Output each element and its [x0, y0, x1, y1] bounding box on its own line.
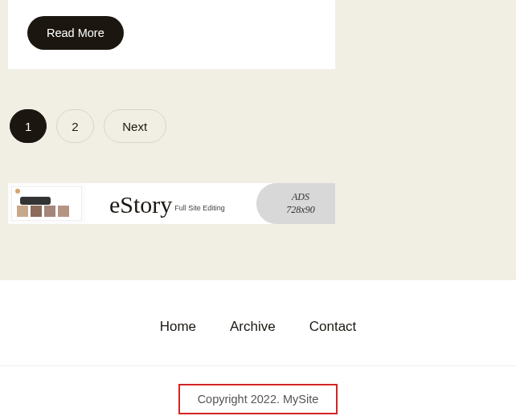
footer-link-archive[interactable]: Archive	[230, 319, 276, 335]
footer-nav: Home Archive Contact	[0, 280, 516, 366]
footer-link-home[interactable]: Home	[160, 319, 196, 335]
footer: Home Archive Contact Copyright 2022. MyS…	[0, 280, 516, 420]
ad-label: ADS	[292, 191, 309, 204]
copyright-section: Copyright 2022. MySite	[0, 366, 516, 420]
ad-size-box: ADS 728x90	[256, 183, 335, 224]
read-more-button[interactable]: Read More	[27, 16, 124, 50]
page-2-button[interactable]: 2	[56, 109, 93, 143]
ad-title: eStory	[109, 193, 172, 217]
page-next-button[interactable]: Next	[104, 109, 166, 143]
ad-size: 728x90	[286, 204, 314, 217]
ad-center: eStory Full Site Editing	[85, 183, 264, 224]
content-area: Read More 1 2 Next eStory Full Site Edit…	[0, 0, 516, 224]
ad-subtitle: Full Site Editing	[174, 204, 225, 212]
ad-banner[interactable]: eStory Full Site Editing ADS 728x90	[8, 183, 335, 224]
ad-thumbnail	[8, 183, 85, 224]
copyright-text: Copyright 2022. MySite	[178, 384, 338, 414]
footer-link-contact[interactable]: Contact	[309, 319, 357, 335]
pagination: 1 2 Next	[8, 109, 508, 143]
post-card: Read More	[8, 0, 335, 69]
page-1-button[interactable]: 1	[10, 109, 47, 143]
